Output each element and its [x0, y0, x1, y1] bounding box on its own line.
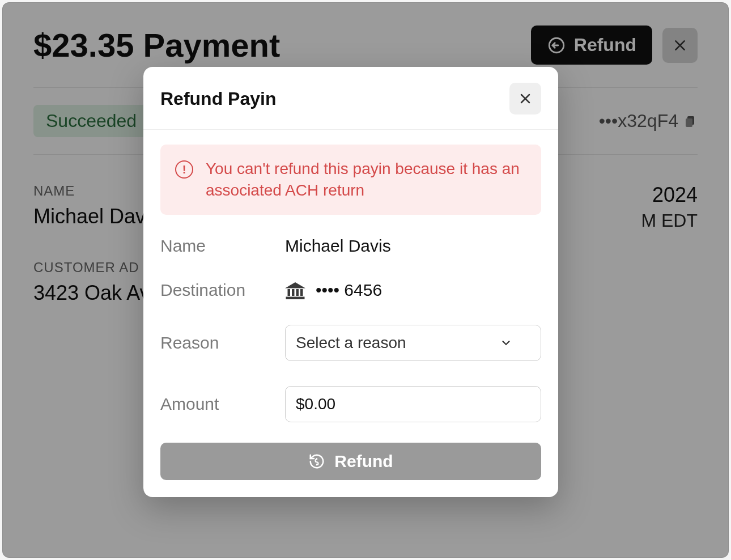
name-label: Name: [160, 236, 279, 256]
reason-placeholder: Select a reason: [296, 334, 406, 352]
reason-label: Reason: [160, 333, 279, 353]
reason-select[interactable]: Select a reason: [285, 325, 541, 361]
amount-input[interactable]: [285, 386, 541, 422]
svg-rect-7: [300, 289, 303, 296]
modal-body: ! You can't refund this payin because it…: [143, 130, 558, 443]
submit-refund-label: Refund: [334, 452, 393, 471]
row-amount: Amount: [160, 383, 541, 426]
row-destination: Destination •••• 6456: [160, 277, 541, 303]
alert-icon: !: [175, 160, 193, 179]
refund-payin-modal: Refund Payin ! You can't refund this pay…: [143, 67, 558, 497]
alert-text: You can't refund this payin because it h…: [206, 158, 526, 201]
svg-rect-5: [292, 289, 295, 296]
svg-rect-4: [288, 289, 291, 296]
modal-footer: Refund: [143, 443, 558, 497]
close-icon: [518, 92, 532, 105]
modal-close-button[interactable]: [509, 83, 541, 114]
row-name: Name Michael Davis: [160, 233, 541, 259]
name-value: Michael Davis: [285, 236, 541, 256]
chevron-down-icon: [500, 337, 512, 349]
modal-header: Refund Payin: [143, 67, 558, 130]
destination-mask: •••• 6456: [316, 281, 382, 300]
refund-circle-icon: [308, 453, 325, 470]
error-alert: ! You can't refund this payin because it…: [160, 145, 541, 215]
row-reason: Reason Select a reason: [160, 321, 541, 364]
amount-label: Amount: [160, 394, 279, 414]
destination-label: Destination: [160, 281, 279, 300]
svg-rect-6: [296, 289, 299, 296]
bank-icon: [285, 282, 305, 299]
modal-title: Refund Payin: [160, 88, 276, 109]
submit-refund-button[interactable]: Refund: [160, 443, 541, 480]
destination-value: •••• 6456: [285, 281, 541, 300]
svg-rect-3: [286, 296, 305, 299]
